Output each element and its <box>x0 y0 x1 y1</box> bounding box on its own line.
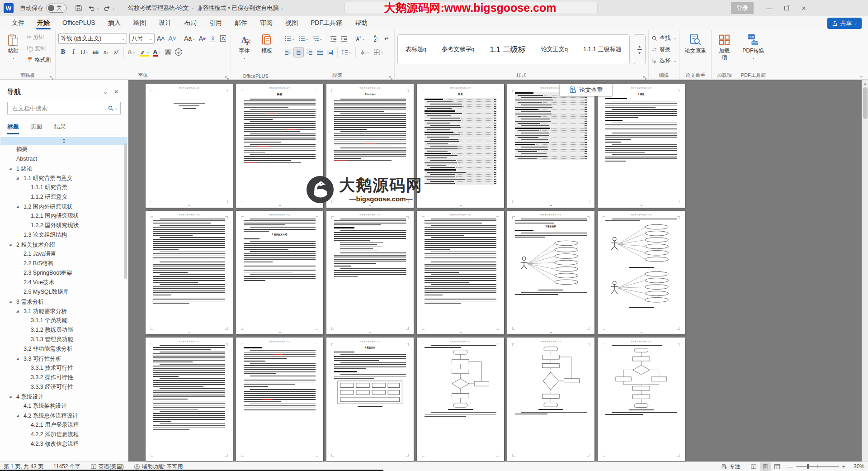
highlight-color-button[interactable]: ⌄ <box>138 47 151 57</box>
autosave-control[interactable]: 自动保存 关 <box>20 4 67 13</box>
decrease-indent-button[interactable] <box>329 33 338 44</box>
nav-outline-item[interactable]: 摘要 <box>0 145 128 154</box>
zoom-percentage[interactable]: 30% <box>848 463 864 470</box>
focus-mode-button[interactable]: 专注 <box>721 463 740 471</box>
nav-outline-item[interactable]: 2.2 B/S结构 <box>0 259 128 268</box>
bold-button[interactable]: B <box>58 47 68 57</box>
style-item-2[interactable]: 参考文献字q <box>434 45 482 53</box>
nav-outline-item[interactable]: 4.1 系统架构设计 <box>0 401 128 411</box>
page-thumbnail-14[interactable]: 驾校考试管理系统-论文 <box>236 338 323 461</box>
outline-expand-icon[interactable]: ◢ <box>9 297 16 306</box>
addins-button[interactable]: 加载项 <box>714 32 734 71</box>
undo-icon[interactable] <box>85 2 97 14</box>
page-thumbnail-5[interactable]: 驾校考试管理系统-论文 <box>507 84 594 208</box>
nav-outline-item[interactable]: 2.4 Vue技术 <box>0 278 128 287</box>
nav-outline-item[interactable]: 4.2.2 添加信息流程 <box>0 430 128 439</box>
nav-outline-item[interactable]: 1.2.2 国外研究现状 <box>0 221 128 230</box>
word-logo-icon[interactable]: W <box>4 3 14 13</box>
nav-search-box[interactable]: ⌄ <box>7 102 121 114</box>
minimize-button[interactable]: — <box>762 2 777 14</box>
increase-indent-button[interactable] <box>339 33 349 44</box>
page-thumbnail-12[interactable]: 驾校考试管理系统-论文 <box>598 211 685 334</box>
nav-tab-1[interactable]: 标题 <box>7 123 19 134</box>
proofing-status[interactable]: 英语(美国) <box>90 463 124 471</box>
nav-outline-item[interactable]: 4.2.1 用户登录流程 <box>0 420 128 430</box>
clear-formatting-button[interactable]: A◆ <box>198 33 207 44</box>
align-left-button[interactable] <box>283 47 292 57</box>
menu-tab-13[interactable]: 帮助 <box>349 16 374 30</box>
menu-tab-7[interactable]: 布局 <box>178 16 203 30</box>
page-thumbnail-18[interactable]: 驾校考试管理系统-论文 <box>598 338 685 461</box>
menu-tab-1[interactable]: 文件 <box>5 16 31 30</box>
nav-pane-close-icon[interactable]: ✕ <box>111 87 122 96</box>
menu-tab-9[interactable]: 邮件 <box>228 16 254 30</box>
nav-scrollbar-thumb[interactable] <box>124 143 127 279</box>
underline-button[interactable]: U⌄ <box>79 47 90 57</box>
sort-button[interactable]: AZ↓ <box>372 33 381 44</box>
nav-outline-item[interactable]: 3.2 非功能需求分析 <box>0 344 128 354</box>
nav-outline-item[interactable]: ◢4 系统设计 <box>0 392 128 401</box>
replace-button[interactable]: 替换 <box>651 45 677 54</box>
justify-button[interactable] <box>315 47 325 57</box>
zoom-out-icon[interactable]: — <box>787 463 793 470</box>
document-scrollbar[interactable]: ▲ <box>862 80 868 461</box>
nav-search-icon[interactable] <box>108 105 114 111</box>
format-painter-button[interactable]: 格式刷 <box>25 55 52 65</box>
login-button[interactable]: 登录 <box>731 2 754 14</box>
style-item-3[interactable]: 1.1 二级标 <box>482 44 533 55</box>
clipboard-dialog-launcher[interactable] <box>50 74 54 78</box>
change-case-button[interactable]: Aa⌄ <box>183 33 197 44</box>
menu-tab-12[interactable]: PDF工具箱 <box>304 16 349 30</box>
page-thumbnail-11[interactable]: 驾校考试管理系统-论文3 需求分析 <box>507 211 594 334</box>
web-layout-button[interactable] <box>772 462 783 471</box>
template-button[interactable]: 模板 <box>256 32 277 71</box>
menu-tab-3[interactable]: OfficePLUS <box>56 16 102 30</box>
page-indicator[interactable]: 第 1 页, 共 43 页 <box>4 463 43 471</box>
zoom-slider-thumb[interactable] <box>807 464 809 469</box>
menu-tab-11[interactable]: 视图 <box>279 16 304 30</box>
outline-expand-icon[interactable]: ◢ <box>16 411 24 420</box>
page-thumbnail-7[interactable]: 驾校考试管理系统-论文 <box>146 211 233 334</box>
outline-expand-icon[interactable]: ◢ <box>16 354 24 363</box>
page-thumbnail-9[interactable]: 驾校考试管理系统-论文 <box>326 211 414 334</box>
page-thumbnail-10[interactable]: 驾校考试管理系统-论文 <box>417 211 504 334</box>
paper-check-button[interactable]: 论文查重 <box>682 32 708 71</box>
subscript-button[interactable]: x₂ <box>101 47 111 57</box>
nav-outline-item[interactable]: 3.3.2 操作可行性 <box>0 373 128 382</box>
accessibility-status[interactable]: 辅助功能: 不可用 <box>134 463 183 471</box>
page-thumbnail-17[interactable]: 驾校考试管理系统-论文 <box>507 338 594 461</box>
nav-outline-item[interactable]: 1.1.1 研究背景 <box>0 183 128 192</box>
nav-outline-item[interactable]: 3.3.1 技术可行性 <box>0 363 128 373</box>
paste-button[interactable]: 粘贴 ⌄ <box>3 32 24 71</box>
officeplus-font-button[interactable]: A字 字体 ⌄ <box>234 32 255 71</box>
shrink-font-button[interactable]: A˅ <box>167 33 178 44</box>
character-shading-button[interactable]: A <box>163 47 173 57</box>
redo-icon[interactable] <box>101 2 113 14</box>
distribute-button[interactable] <box>326 47 335 57</box>
align-right-button[interactable] <box>305 47 314 57</box>
numbering-button[interactable]: ⌄ <box>297 33 310 44</box>
cut-button[interactable]: ✂剪切 <box>25 32 52 42</box>
nav-outline-item[interactable]: ◢1.1 研究背景与意义 <box>0 173 128 183</box>
nav-search-input[interactable] <box>11 105 108 112</box>
nav-outline-item[interactable]: 3.3.3 经济可行性 <box>0 382 128 392</box>
menu-tab-2[interactable]: 开始 <box>31 16 56 30</box>
bullets-button[interactable]: ⌄ <box>283 33 296 44</box>
restore-button[interactable] <box>779 2 794 14</box>
nav-outline-item[interactable]: 1.1.2 研究意义 <box>0 192 128 202</box>
pdf-convert-button[interactable]: PDF PDF转换 ⌄ <box>740 32 766 71</box>
share-button[interactable]: 共享 ⌄ <box>827 18 862 29</box>
page-thumbnail-8[interactable]: 驾校考试管理系统-论文2 相关技术介绍 <box>236 211 323 334</box>
nav-outline-item[interactable]: 3.1.3 管理员功能 <box>0 335 128 344</box>
page-thumbnail-4[interactable]: 驾校考试管理系统-论文目录 <box>417 84 504 208</box>
outline-expand-icon[interactable]: ◢ <box>16 306 24 316</box>
scroll-up-arrow-icon[interactable]: ▲ <box>862 80 868 86</box>
autosave-toggle[interactable]: 关 <box>46 4 67 13</box>
phonetic-guide-button[interactable]: 文 <box>208 33 217 44</box>
zoom-in-icon[interactable]: + <box>842 463 845 470</box>
outline-selected-row[interactable]: ▴ <box>0 137 127 145</box>
nav-outline-item[interactable]: 1.2.1 国内研究现状 <box>0 211 128 221</box>
menu-tab-6[interactable]: 设计 <box>152 16 178 30</box>
style-item-1[interactable]: 表标题q <box>398 45 434 53</box>
strikethrough-button[interactable]: ab <box>91 47 100 57</box>
